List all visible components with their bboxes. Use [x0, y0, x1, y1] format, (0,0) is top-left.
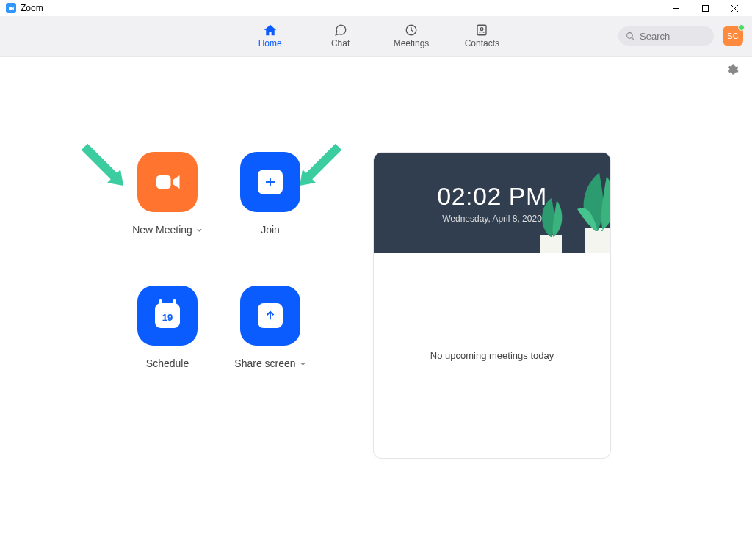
svg-point-7 [480, 28, 483, 31]
tab-chat[interactable]: Chat [323, 23, 358, 48]
window-titlebar: Zoom [0, 0, 752, 16]
upcoming-empty-text: No upcoming meetings today [430, 350, 554, 361]
schedule-button[interactable]: 19 Schedule [116, 286, 219, 369]
plant-decoration-right-2 [531, 194, 568, 253]
svg-rect-14 [540, 235, 562, 253]
titlebar-left: Zoom [3, 3, 43, 13]
right-pane: 02:02 PM Wednesday, April 8, 2020 No upc… [373, 152, 611, 459]
main-tabbar: Home Chat Meetings Contacts SC [0, 16, 752, 57]
svg-point-8 [627, 32, 633, 38]
tabbar-right: SC [618, 26, 743, 46]
svg-rect-10 [156, 175, 171, 189]
plus-icon [264, 175, 277, 189]
share-inner [258, 303, 283, 328]
app-title: Zoom [21, 3, 43, 13]
share-screen-label: Share screen [234, 357, 306, 369]
clock-icon [405, 23, 418, 37]
tab-label: Chat [331, 38, 350, 48]
arrow-up-icon [264, 309, 277, 322]
join-inner [258, 170, 283, 194]
search-box[interactable] [618, 26, 714, 46]
upcoming-panel: 02:02 PM Wednesday, April 8, 2020 No upc… [373, 152, 611, 459]
tab-meetings[interactable]: Meetings [394, 23, 430, 48]
avatar-initials: SC [727, 32, 738, 40]
join-label: Join [261, 224, 280, 236]
chat-icon [334, 23, 347, 37]
settings-button[interactable] [726, 63, 739, 76]
chevron-down-icon[interactable] [300, 360, 306, 367]
avatar[interactable]: SC [723, 26, 743, 46]
chevron-down-icon[interactable] [196, 227, 203, 233]
tab-label: Meetings [394, 38, 430, 48]
tab-home[interactable]: Home [253, 23, 288, 48]
gear-icon [726, 63, 739, 76]
share-screen-button[interactable]: Share screen [219, 286, 322, 369]
close-button[interactable] [720, 0, 749, 16]
svg-rect-0 [9, 7, 12, 10]
left-pane: New Meeting Join [0, 152, 373, 459]
settings-row [0, 57, 752, 79]
tab-contacts[interactable]: Contacts [464, 23, 499, 48]
new-meeting-icon-bg [137, 152, 198, 212]
panel-body: No upcoming meetings today [374, 253, 610, 458]
panel-hero: 02:02 PM Wednesday, April 8, 2020 [374, 153, 610, 253]
search-icon [626, 32, 635, 41]
share-icon-bg [240, 286, 300, 346]
home-icon [263, 23, 278, 37]
schedule-label: Schedule [146, 357, 189, 369]
zoom-app-icon [6, 3, 16, 13]
annotation-arrow-join [291, 143, 342, 197]
status-badge [738, 24, 745, 31]
new-meeting-label: New Meeting [132, 224, 203, 236]
minimize-button[interactable] [661, 0, 690, 16]
video-camera-icon [154, 169, 181, 195]
window-controls [661, 0, 749, 16]
annotation-arrow-new-meeting [81, 143, 132, 197]
calendar-day-number: 19 [162, 312, 173, 323]
tab-label: Contacts [465, 38, 499, 48]
main-content: New Meeting Join [0, 79, 752, 459]
maximize-button[interactable] [690, 0, 720, 16]
clock-date: Wednesday, April 8, 2020 [442, 214, 542, 224]
search-input[interactable] [640, 31, 706, 42]
svg-rect-2 [702, 5, 708, 11]
plant-decoration-right [563, 165, 610, 253]
tabs: Home Chat Meetings Contacts [253, 23, 500, 48]
svg-line-9 [632, 37, 634, 40]
svg-rect-13 [585, 228, 610, 253]
tab-label: Home [258, 38, 282, 48]
schedule-inner: 19 [155, 303, 180, 328]
schedule-icon-bg: 19 [137, 286, 198, 346]
contacts-icon [475, 23, 488, 37]
